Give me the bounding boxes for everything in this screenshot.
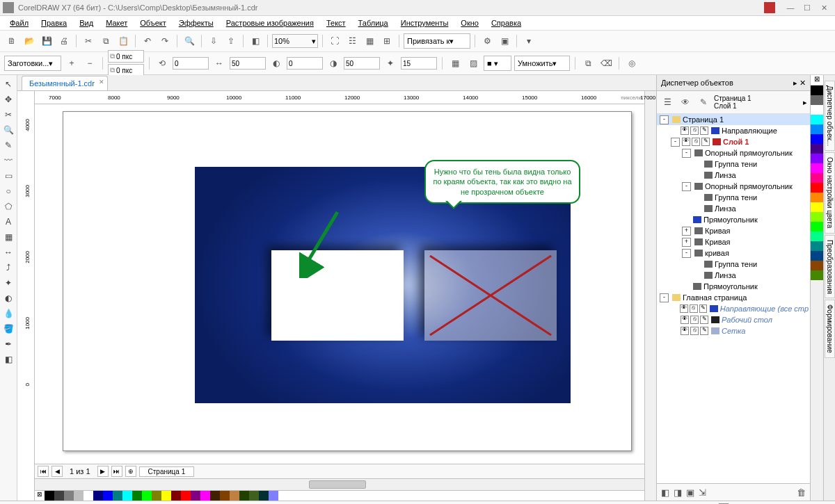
new-button[interactable]: 🗎 <box>4 33 19 49</box>
paste-button[interactable]: 📋 <box>116 33 131 49</box>
text-tool[interactable]: A <box>2 216 15 228</box>
ellipse-tool[interactable]: ○ <box>2 185 15 197</box>
copy-button[interactable]: ⧉ <box>98 33 113 49</box>
shape-tool[interactable]: ✥ <box>2 93 15 106</box>
tree-row[interactable]: Группа тени <box>657 259 810 270</box>
direction-button[interactable]: ▦ <box>447 56 463 71</box>
options-button[interactable]: ⚙ <box>479 33 495 49</box>
docker-tab[interactable]: Диспетчер объек... <box>825 81 835 151</box>
search-button[interactable]: 🔍 <box>182 33 197 49</box>
delete-button[interactable]: 🗑 <box>797 487 806 498</box>
outline-tool[interactable]: ✒ <box>2 338 15 350</box>
drawing-area[interactable]: Нужно что бы тень была видна только по к… <box>35 104 644 464</box>
transparency-tool[interactable]: ◐ <box>2 292 15 304</box>
clear-button[interactable]: ⌫ <box>598 56 614 71</box>
docker-tab[interactable]: Окно настройки цвета <box>825 152 835 233</box>
tree-row[interactable]: +Кривая <box>657 236 810 247</box>
color-combo[interactable]: ■ ▾ <box>484 56 511 71</box>
color-palette[interactable]: ⊠ <box>810 75 823 501</box>
doc-swatch[interactable] <box>269 491 278 501</box>
doc-swatch[interactable] <box>93 491 103 501</box>
layer-tree[interactable]: -Страница 1👁⦸✎Направляющие-👁⦸✎Слой 1-Опо… <box>657 114 810 483</box>
layer-opts-icon[interactable]: ☰ <box>660 95 675 110</box>
feather-field[interactable]: 15 <box>401 57 437 70</box>
move-to-button[interactable]: ⇲ <box>699 487 706 498</box>
convert-button[interactable]: ◎ <box>624 56 639 71</box>
smartfill-tool[interactable]: ◧ <box>2 353 15 366</box>
tree-row[interactable]: Линза <box>657 203 810 214</box>
last-page-button[interactable]: ⏭ <box>111 466 122 477</box>
zoom-combo[interactable]: 10%▾ <box>272 34 318 48</box>
new-page-button[interactable]: ▣ <box>686 487 694 498</box>
palette-swatch[interactable] <box>811 144 823 154</box>
doc-swatch[interactable] <box>249 491 259 501</box>
fill-tool[interactable]: 🪣 <box>2 323 15 335</box>
add-page-button[interactable]: ⊕ <box>125 466 136 477</box>
save-button[interactable]: 💾 <box>39 33 54 49</box>
palette-swatch[interactable] <box>811 270 823 280</box>
panel-menu-icon[interactable]: ▸ <box>793 79 797 87</box>
add-preset-button[interactable]: + <box>64 56 79 71</box>
snap-combo[interactable]: Привязать к ▾ <box>404 33 470 49</box>
doc-swatch[interactable] <box>230 491 239 501</box>
app-switch-button[interactable]: ▾ <box>521 33 536 49</box>
publish-button[interactable]: ◧ <box>248 33 263 49</box>
menu-Окно[interactable]: Окно <box>455 17 484 29</box>
polygon-tool[interactable]: ⬠ <box>2 200 15 213</box>
doc-swatch[interactable] <box>54 491 64 501</box>
tree-row[interactable]: -Опорный прямоугольник <box>657 147 810 158</box>
dimension-tool[interactable]: ↔ <box>2 246 15 259</box>
pick-tool[interactable]: ↖ <box>2 78 15 90</box>
panel-more-icon[interactable]: ▸ <box>803 98 807 107</box>
blendmode-combo[interactable]: Умножить ▾ <box>514 56 570 71</box>
palette-swatch[interactable] <box>811 173 823 183</box>
palette-swatch[interactable] <box>811 95 823 105</box>
new-layer-button[interactable]: ◧ <box>661 487 669 498</box>
new-master-button[interactable]: ◨ <box>674 487 682 498</box>
redo-button[interactable]: ↷ <box>157 33 173 49</box>
fade-field[interactable]: 0 <box>287 57 323 70</box>
doc-swatch[interactable] <box>161 491 171 501</box>
crop-tool[interactable]: ✂ <box>2 108 15 121</box>
x-offset-field[interactable]: ⧉0 пкс <box>108 50 144 63</box>
doc-swatch[interactable] <box>142 491 152 501</box>
fullscreen-button[interactable]: ⛶ <box>327 33 342 49</box>
palette-swatch[interactable] <box>811 193 823 202</box>
eyedropper-tool[interactable]: 💧 <box>2 307 15 320</box>
menu-Растровые изображения[interactable]: Растровые изображения <box>221 17 319 29</box>
panel-close-icon[interactable]: ✕ <box>800 79 806 87</box>
table-tool[interactable]: ▦ <box>2 231 15 243</box>
menu-Инструменты[interactable]: Инструменты <box>395 17 454 29</box>
palette-swatch[interactable] <box>811 163 823 173</box>
tree-row[interactable]: -кривая <box>657 247 810 259</box>
tree-row[interactable]: +Кривая <box>657 225 810 236</box>
first-page-button[interactable]: ⏮ <box>38 466 49 477</box>
palette-swatch[interactable] <box>811 212 823 222</box>
artistic-tool[interactable]: 〰 <box>2 154 15 167</box>
doc-swatch[interactable] <box>74 491 84 501</box>
doc-swatch[interactable] <box>132 491 142 501</box>
account-icon[interactable] <box>764 2 775 13</box>
doc-swatch[interactable] <box>103 491 113 501</box>
doc-swatch[interactable] <box>259 491 269 501</box>
layer-edit-icon[interactable]: ✎ <box>696 95 711 110</box>
effects-tool[interactable]: ✦ <box>2 277 15 289</box>
palette-swatch[interactable] <box>811 86 823 95</box>
palette-swatch[interactable] <box>811 231 823 241</box>
menu-Эффекты[interactable]: Эффекты <box>173 17 219 29</box>
presets-combo[interactable]: Заготовки... ▾ <box>4 56 61 71</box>
freehand-tool[interactable]: ✎ <box>2 139 15 152</box>
menu-Файл[interactable]: Файл <box>4 17 34 29</box>
rulers-button[interactable]: ☷ <box>344 33 360 49</box>
tree-row[interactable]: Линза <box>657 170 810 181</box>
print-button[interactable]: 🖨 <box>56 33 72 49</box>
doc-swatch[interactable] <box>191 491 200 501</box>
tree-row[interactable]: Линза <box>657 270 810 281</box>
palette-swatch[interactable] <box>811 222 823 231</box>
cut-button[interactable]: ✂ <box>81 33 96 49</box>
close-tab-icon[interactable]: ✕ <box>99 79 104 86</box>
tree-row[interactable]: -Опорный прямоугольник <box>657 181 810 192</box>
palette-swatch[interactable] <box>811 115 823 124</box>
rectangle-tool[interactable]: ▭ <box>2 170 15 182</box>
close-button[interactable]: ✕ <box>817 3 831 13</box>
